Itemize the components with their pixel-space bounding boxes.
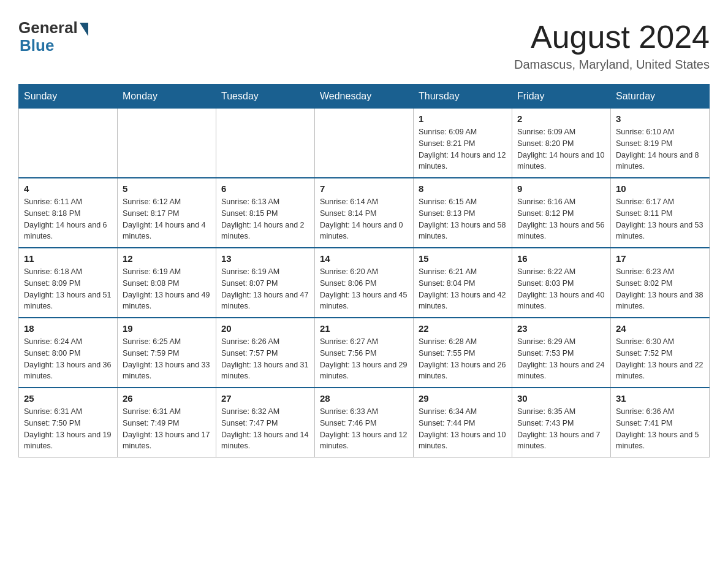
day-info: Sunrise: 6:25 AMSunset: 7:59 PMDaylight:… [123, 336, 211, 382]
day-info: Sunrise: 6:23 AMSunset: 8:02 PMDaylight:… [616, 266, 704, 312]
calendar-cell: 17Sunrise: 6:23 AMSunset: 8:02 PMDayligh… [611, 248, 710, 318]
day-info: Sunrise: 6:33 AMSunset: 7:46 PMDaylight:… [320, 406, 408, 452]
logo-arrow-icon [80, 23, 88, 36]
day-info: Sunrise: 6:16 AMSunset: 8:12 PMDaylight:… [517, 196, 605, 242]
day-number: 4 [24, 183, 112, 194]
day-info: Sunrise: 6:27 AMSunset: 7:56 PMDaylight:… [320, 336, 408, 382]
calendar-cell: 8Sunrise: 6:15 AMSunset: 8:13 PMDaylight… [414, 178, 512, 248]
day-number: 20 [221, 323, 309, 334]
day-number: 31 [616, 393, 704, 404]
day-number: 14 [320, 253, 408, 264]
day-info: Sunrise: 6:28 AMSunset: 7:55 PMDaylight:… [419, 336, 507, 382]
day-number: 16 [517, 253, 605, 264]
calendar-cell: 25Sunrise: 6:31 AMSunset: 7:50 PMDayligh… [19, 388, 118, 458]
day-info: Sunrise: 6:30 AMSunset: 7:52 PMDaylight:… [616, 336, 704, 382]
day-info: Sunrise: 6:13 AMSunset: 8:15 PMDaylight:… [221, 196, 309, 242]
day-number: 21 [320, 323, 408, 334]
day-number: 28 [320, 393, 408, 404]
logo: General Blue [18, 18, 88, 55]
day-info: Sunrise: 6:36 AMSunset: 7:41 PMDaylight:… [616, 406, 704, 452]
calendar-week-row: 11Sunrise: 6:18 AMSunset: 8:09 PMDayligh… [19, 248, 710, 318]
day-number: 24 [616, 323, 704, 334]
day-of-week-header: Wednesday [315, 85, 414, 109]
day-number: 6 [221, 183, 309, 194]
calendar-cell [315, 109, 414, 178]
calendar-cell: 15Sunrise: 6:21 AMSunset: 8:04 PMDayligh… [414, 248, 512, 318]
title-section: August 2024 Damascus, Maryland, United S… [514, 18, 710, 72]
day-of-week-header: Thursday [414, 85, 512, 109]
day-number: 15 [419, 253, 507, 264]
calendar-cell: 13Sunrise: 6:19 AMSunset: 8:07 PMDayligh… [216, 248, 315, 318]
day-number: 27 [221, 393, 309, 404]
day-info: Sunrise: 6:15 AMSunset: 8:13 PMDaylight:… [419, 196, 507, 242]
logo-blue-text: Blue [20, 36, 54, 55]
day-number: 25 [24, 393, 112, 404]
calendar-cell: 1Sunrise: 6:09 AMSunset: 8:21 PMDaylight… [414, 109, 512, 178]
day-info: Sunrise: 6:21 AMSunset: 8:04 PMDaylight:… [419, 266, 507, 312]
calendar-cell: 6Sunrise: 6:13 AMSunset: 8:15 PMDaylight… [216, 178, 315, 248]
day-of-week-header: Sunday [19, 85, 118, 109]
day-of-week-header: Friday [512, 85, 611, 109]
day-info: Sunrise: 6:10 AMSunset: 8:19 PMDaylight:… [616, 126, 704, 172]
day-number: 17 [616, 253, 704, 264]
day-of-week-header: Tuesday [216, 85, 315, 109]
day-number: 3 [616, 113, 704, 124]
calendar-cell: 11Sunrise: 6:18 AMSunset: 8:09 PMDayligh… [19, 248, 118, 318]
day-number: 9 [517, 183, 605, 194]
day-of-week-header: Saturday [611, 85, 710, 109]
calendar-week-row: 18Sunrise: 6:24 AMSunset: 8:00 PMDayligh… [19, 318, 710, 388]
day-info: Sunrise: 6:14 AMSunset: 8:14 PMDaylight:… [320, 196, 408, 242]
calendar-cell: 23Sunrise: 6:29 AMSunset: 7:53 PMDayligh… [512, 318, 611, 388]
calendar-cell: 24Sunrise: 6:30 AMSunset: 7:52 PMDayligh… [611, 318, 710, 388]
calendar-cell: 7Sunrise: 6:14 AMSunset: 8:14 PMDaylight… [315, 178, 414, 248]
day-info: Sunrise: 6:17 AMSunset: 8:11 PMDaylight:… [616, 196, 704, 242]
day-number: 11 [24, 253, 112, 264]
day-number: 22 [419, 323, 507, 334]
calendar-cell: 27Sunrise: 6:32 AMSunset: 7:47 PMDayligh… [216, 388, 315, 458]
calendar-cell: 10Sunrise: 6:17 AMSunset: 8:11 PMDayligh… [611, 178, 710, 248]
calendar-cell [118, 109, 216, 178]
day-info: Sunrise: 6:11 AMSunset: 8:18 PMDaylight:… [24, 196, 112, 242]
logo-general-text: General [18, 18, 78, 37]
day-info: Sunrise: 6:20 AMSunset: 8:06 PMDaylight:… [320, 266, 408, 312]
day-number: 8 [419, 183, 507, 194]
calendar-cell: 21Sunrise: 6:27 AMSunset: 7:56 PMDayligh… [315, 318, 414, 388]
calendar-cell: 9Sunrise: 6:16 AMSunset: 8:12 PMDaylight… [512, 178, 611, 248]
location-text: Damascus, Maryland, United States [514, 58, 710, 72]
day-number: 18 [24, 323, 112, 334]
day-info: Sunrise: 6:31 AMSunset: 7:50 PMDaylight:… [24, 406, 112, 452]
calendar-header-row: SundayMondayTuesdayWednesdayThursdayFrid… [19, 85, 710, 109]
calendar-cell: 12Sunrise: 6:19 AMSunset: 8:08 PMDayligh… [118, 248, 216, 318]
calendar-cell [216, 109, 315, 178]
calendar-week-row: 4Sunrise: 6:11 AMSunset: 8:18 PMDaylight… [19, 178, 710, 248]
calendar-cell: 4Sunrise: 6:11 AMSunset: 8:18 PMDaylight… [19, 178, 118, 248]
calendar-cell: 14Sunrise: 6:20 AMSunset: 8:06 PMDayligh… [315, 248, 414, 318]
day-number: 26 [123, 393, 211, 404]
day-info: Sunrise: 6:35 AMSunset: 7:43 PMDaylight:… [517, 406, 605, 452]
day-number: 12 [123, 253, 211, 264]
calendar-cell: 20Sunrise: 6:26 AMSunset: 7:57 PMDayligh… [216, 318, 315, 388]
day-info: Sunrise: 6:18 AMSunset: 8:09 PMDaylight:… [24, 266, 112, 312]
day-info: Sunrise: 6:34 AMSunset: 7:44 PMDaylight:… [419, 406, 507, 452]
day-number: 30 [517, 393, 605, 404]
day-info: Sunrise: 6:19 AMSunset: 8:08 PMDaylight:… [123, 266, 211, 312]
calendar-cell: 30Sunrise: 6:35 AMSunset: 7:43 PMDayligh… [512, 388, 611, 458]
day-number: 10 [616, 183, 704, 194]
calendar-cell: 16Sunrise: 6:22 AMSunset: 8:03 PMDayligh… [512, 248, 611, 318]
calendar-week-row: 1Sunrise: 6:09 AMSunset: 8:21 PMDaylight… [19, 109, 710, 178]
month-title: August 2024 [514, 18, 710, 55]
day-info: Sunrise: 6:09 AMSunset: 8:20 PMDaylight:… [517, 126, 605, 172]
calendar-cell: 29Sunrise: 6:34 AMSunset: 7:44 PMDayligh… [414, 388, 512, 458]
calendar-cell: 22Sunrise: 6:28 AMSunset: 7:55 PMDayligh… [414, 318, 512, 388]
calendar-cell: 26Sunrise: 6:31 AMSunset: 7:49 PMDayligh… [118, 388, 216, 458]
day-number: 5 [123, 183, 211, 194]
day-number: 29 [419, 393, 507, 404]
calendar-week-row: 25Sunrise: 6:31 AMSunset: 7:50 PMDayligh… [19, 388, 710, 458]
day-number: 23 [517, 323, 605, 334]
calendar-cell: 28Sunrise: 6:33 AMSunset: 7:46 PMDayligh… [315, 388, 414, 458]
calendar-table: SundayMondayTuesdayWednesdayThursdayFrid… [18, 84, 710, 458]
day-number: 19 [123, 323, 211, 334]
calendar-cell: 31Sunrise: 6:36 AMSunset: 7:41 PMDayligh… [611, 388, 710, 458]
day-number: 13 [221, 253, 309, 264]
calendar-cell [19, 109, 118, 178]
